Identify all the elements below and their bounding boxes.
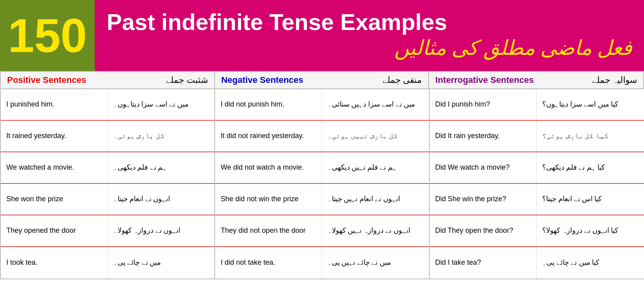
positive-ur-cell: میں نے اسے سزا دیتاہوں۔ — [108, 89, 215, 120]
number-150: 150 — [8, 12, 87, 59]
table-row: Did They open the door? کیا انہوں نے درو… — [430, 215, 644, 247]
positive-en-cell: She won the prize — [1, 184, 108, 215]
negative-ur-cell: انہوں نے انعام نہیں جیتا۔ — [322, 184, 429, 215]
table-row: Did I take tea? کیا میں نے چائے پی۔ — [430, 247, 644, 279]
negative-en-cell: I did not take tea. — [215, 247, 322, 279]
positive-label-en: Positive Sentences — [7, 75, 86, 85]
positive-en-cell: They opened the door — [1, 215, 108, 246]
table-row: I took tea. میں نے چائے پی۔ — [1, 247, 214, 279]
table-row: Did We watch a movie? کیا ہم نے فلم دیکھ… — [430, 152, 644, 184]
interrogative-en-cell: Did I punish him? — [430, 89, 537, 120]
interrogative-column: Did I punish him? کیا میں اسے سزا دیتاہو… — [430, 89, 644, 279]
positive-column: I punished him. میں نے اسے سزا دیتاہوں۔ … — [1, 89, 215, 279]
negative-en-cell: We did not watch a movie. — [215, 152, 322, 183]
table-row: They opened the door انہوں نے دروازہ کھو… — [1, 215, 214, 247]
interrogative-en-cell: Did They open the door? — [430, 215, 537, 246]
english-main-title: Past indefinite Tense Examples — [107, 9, 632, 35]
positive-label-ur: شثبت جملے — [166, 75, 208, 85]
table-row: She won the prize انہوں نے انعام جیتا۔ — [1, 184, 214, 215]
positive-ur-cell: میں نے چائے پی۔ — [108, 247, 215, 279]
positive-ur-cell: انہوں نے انعام جیتا۔ — [108, 184, 215, 215]
urdu-main-title: فعل ماضی مطلق کی مثالیں — [107, 35, 632, 62]
table-row: We watched a movie. ہم نے فلم دیکھی۔ — [1, 152, 214, 184]
interrogative-label-ur: سوالیہ جملے — [592, 75, 637, 85]
positive-ur-cell: انہوں نے دروازہ کھولا۔ — [108, 215, 215, 246]
interrogative-en-cell: Did It rain yesterday. — [430, 121, 537, 152]
table-row: It rained yesterday. کل بارش ہوئی۔ — [1, 121, 214, 152]
table-row: They did not open the door انہوں نے دروا… — [215, 215, 429, 247]
negative-column: I did not punish him. میں نے اسے سزا دہی… — [215, 89, 429, 279]
negative-label-ur: منفی جملے — [382, 75, 422, 85]
negative-en-cell: They did not open the door — [215, 215, 322, 246]
negative-ur-cell: کل بارش نہیں ہوئی۔ — [322, 121, 429, 152]
header-title-box: Past indefinite Tense Examples فعل ماضی … — [95, 0, 644, 71]
interrogative-ur-cell: کیا میں نے چائے پی۔ — [537, 247, 644, 279]
page-header: 150 Past indefinite Tense Examples فعل م… — [0, 0, 644, 71]
positive-ur-cell: ہم نے فلم دیکھی۔ — [108, 152, 215, 183]
negative-section-header: Negative Sentences منفی جملے — [215, 72, 429, 88]
negative-en-cell: I did not punish him. — [215, 89, 322, 120]
interrogative-ur-cell: کیا میں اسے سزا دیتاہوں؟ — [537, 89, 644, 120]
header-number-box: 150 — [0, 0, 95, 71]
main-content-table: I punished him. میں نے اسے سزا دیتاہوں۔ … — [0, 89, 644, 279]
interrogative-en-cell: Did We watch a movie? — [430, 152, 537, 183]
table-row: I did not punish him. میں نے اسے سزا دہی… — [215, 89, 429, 121]
table-row: Did She win the prize? کیا اس نے انعام ج… — [430, 184, 644, 215]
interrogative-ur-cell: کیا انہوں نے دروازہ کھولا؟ — [537, 215, 644, 246]
positive-en-cell: I punished him. — [1, 89, 108, 120]
negative-label-en: Negative Sentences — [221, 75, 303, 85]
interrogative-ur-cell: کیا کل بارش ہوئی؟ — [537, 121, 644, 152]
interrogative-en-cell: Did I take tea? — [430, 247, 537, 279]
table-row: Did It rain yesterday. کیا کل بارش ہوئی؟ — [430, 121, 644, 152]
table-row: I did not take tea. میں نے چائے نہیں پی۔ — [215, 247, 429, 279]
table-row: Did I punish him? کیا میں اسے سزا دیتاہو… — [430, 89, 644, 121]
positive-en-cell: It rained yesterday. — [1, 121, 108, 152]
table-row: It did not rained yesterday. کل بارش نہی… — [215, 121, 429, 152]
interrogative-section-header: Interrogative Sentences سوالیہ جملے — [429, 72, 643, 88]
negative-en-cell: She did not win the prize — [215, 184, 322, 215]
negative-ur-cell: ہم نے فلم نہیں دیکھی۔ — [322, 152, 429, 183]
interrogative-en-cell: Did She win the prize? — [430, 184, 537, 215]
positive-en-cell: I took tea. — [1, 247, 108, 279]
negative-ur-cell: میں نے اسے سزا دہیں سنائی۔ — [322, 89, 429, 120]
section-headers-row: Positive Sentences شثبت جملے Negative Se… — [0, 71, 644, 89]
negative-ur-cell: میں نے چائے نہیں پی۔ — [322, 247, 429, 279]
interrogative-ur-cell: کیا اس نے انعام جیتا؟ — [537, 184, 644, 215]
negative-ur-cell: انہوں نے دروازہ نہیں کھولا۔ — [322, 215, 429, 246]
positive-ur-cell: کل بارش ہوئی۔ — [108, 121, 215, 152]
interrogative-ur-cell: کیا ہم نے فلم دیکھی؟ — [537, 152, 644, 183]
positive-en-cell: We watched a movie. — [1, 152, 108, 183]
positive-section-header: Positive Sentences شثبت جملے — [1, 72, 215, 88]
interrogative-label-en: Interrogative Sentences — [435, 75, 534, 85]
table-row: I punished him. میں نے اسے سزا دیتاہوں۔ — [1, 89, 214, 121]
negative-en-cell: It did not rained yesterday. — [215, 121, 322, 152]
table-row: She did not win the prize انہوں نے انعام… — [215, 184, 429, 215]
table-row: We did not watch a movie. ہم نے فلم نہیں… — [215, 152, 429, 184]
